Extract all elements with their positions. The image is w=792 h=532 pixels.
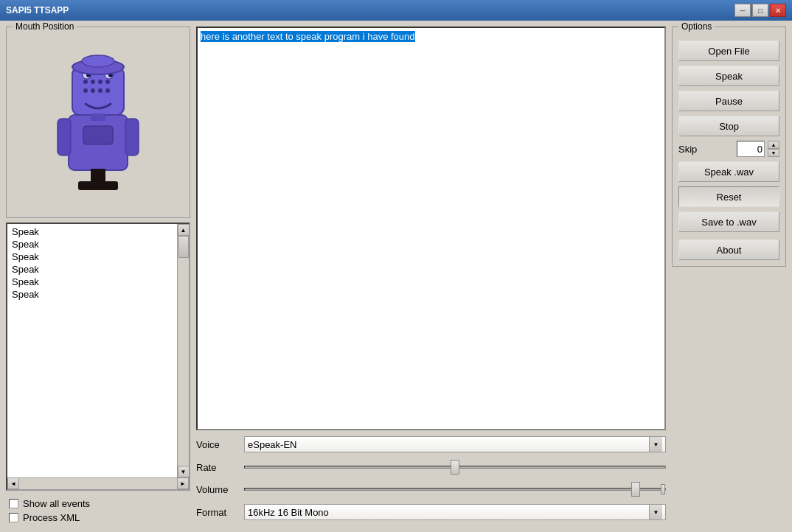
rate-label: Rate (196, 462, 237, 473)
scroll-track (178, 236, 190, 466)
show-all-events-row: Show all events (9, 498, 187, 509)
svg-point-9 (105, 88, 110, 93)
svg-point-7 (91, 88, 95, 93)
minimize-button[interactable]: ─ (734, 4, 751, 17)
volume-end-mark (661, 484, 665, 494)
skip-input[interactable] (737, 141, 765, 157)
svg-point-5 (105, 80, 110, 84)
list-item[interactable]: Speak (9, 251, 176, 263)
events-list[interactable]: Speak Speak Speak Speak Speak Speak (7, 224, 177, 477)
rate-row: Rate (196, 460, 666, 475)
speech-text-input[interactable]: here is another text to speak program i … (198, 28, 664, 429)
events-list-container: Speak Speak Speak Speak Speak Speak ▲ ▼ … (6, 223, 190, 491)
svg-rect-19 (78, 181, 118, 190)
voice-dropdown-arrow[interactable]: ▼ (649, 437, 662, 452)
save-to-wav-button[interactable]: Save to .wav (678, 211, 779, 232)
main-window: Mouth Position (0, 21, 792, 532)
process-xml-checkbox[interactable] (9, 513, 18, 522)
left-panel: Mouth Position (6, 27, 190, 526)
pause-button[interactable]: Pause (678, 91, 779, 111)
events-list-scrollbar-v[interactable]: ▲ ▼ (177, 224, 189, 477)
format-dropdown[interactable]: 16kHz 16 Bit Mono ▼ (244, 504, 666, 520)
list-item[interactable]: Speak (9, 238, 176, 251)
skip-row: Skip ▲ ▼ (678, 141, 779, 157)
volume-row: Volume (196, 482, 666, 497)
volume-slider-track[interactable] (244, 488, 666, 491)
skip-spin-buttons: ▲ ▼ (768, 141, 779, 157)
rate-slider-track[interactable] (244, 466, 666, 469)
stop-button[interactable]: Stop (678, 116, 779, 136)
list-item[interactable]: Speak (9, 225, 176, 238)
checkbox-area: Show all events Process XML (6, 495, 190, 526)
scroll-down-arrow[interactable]: ▼ (178, 466, 190, 477)
svg-rect-16 (125, 119, 139, 155)
rate-slider-container (244, 460, 666, 475)
volume-slider-container (244, 482, 666, 497)
center-panel: here is another text to speak program i … (196, 27, 666, 526)
speak-wav-button[interactable]: Speak .wav (678, 161, 779, 182)
list-item[interactable]: Speak (9, 288, 176, 301)
show-all-events-checkbox[interactable] (9, 499, 18, 508)
format-label: Format (196, 507, 237, 518)
volume-slider-thumb[interactable] (631, 482, 640, 497)
volume-label: Volume (196, 484, 237, 495)
app-title: SAPI5 TTSAPP (6, 5, 69, 15)
list-item[interactable]: Speak (9, 263, 176, 276)
scroll-left-arrow[interactable]: ◄ (7, 477, 19, 489)
svg-rect-17 (83, 126, 113, 144)
scroll-right-arrow[interactable]: ► (177, 477, 189, 489)
skip-spin-up[interactable]: ▲ (768, 141, 779, 149)
rate-slider-thumb[interactable] (451, 460, 459, 475)
robot-character (50, 45, 146, 200)
scroll-thumb[interactable] (178, 236, 189, 258)
voice-label: Voice (196, 439, 237, 450)
window-controls: ─ □ ✕ (734, 4, 786, 17)
reset-button[interactable]: Reset (678, 186, 779, 207)
events-list-scroll-area: Speak Speak Speak Speak Speak Speak ▲ ▼ (7, 224, 189, 477)
text-area-container: here is another text to speak program i … (196, 27, 666, 430)
voice-row: Voice eSpeak-EN ▼ (196, 436, 666, 452)
mouth-position-title: Mouth Position (13, 21, 77, 32)
format-selected: 16kHz 16 Bit Mono (248, 507, 649, 518)
svg-point-8 (98, 88, 103, 93)
controls-area: Voice eSpeak-EN ▼ Rate Volume (196, 436, 666, 526)
options-group: Options Open File Speak Pause Stop Skip … (672, 27, 786, 267)
close-button[interactable]: ✕ (770, 4, 786, 17)
events-list-scrollbar-h[interactable]: ◄ ► (7, 477, 189, 489)
format-dropdown-arrow[interactable]: ▼ (649, 505, 662, 519)
svg-point-2 (83, 80, 88, 84)
svg-rect-14 (91, 113, 105, 121)
speak-button[interactable]: Speak (678, 66, 779, 86)
scroll-h-track (19, 477, 177, 489)
svg-rect-15 (58, 119, 71, 155)
process-xml-row: Process XML (9, 512, 187, 523)
svg-point-3 (91, 80, 95, 84)
svg-point-6 (83, 88, 88, 93)
format-row: Format 16kHz 16 Bit Mono ▼ (196, 504, 666, 520)
mouth-position-group: Mouth Position (6, 27, 190, 218)
process-xml-label: Process XML (23, 512, 80, 523)
svg-point-21 (82, 55, 114, 67)
title-bar: SAPI5 TTSAPP ─ □ ✕ (0, 0, 792, 21)
about-button[interactable]: About (678, 239, 779, 260)
list-item[interactable]: Speak (9, 276, 176, 288)
scroll-up-arrow[interactable]: ▲ (178, 224, 190, 236)
voice-selected: eSpeak-EN (248, 439, 649, 450)
mouth-image-area (7, 38, 190, 207)
skip-spin-down[interactable]: ▼ (768, 149, 779, 157)
options-title: Options (678, 21, 715, 32)
open-file-button[interactable]: Open File (678, 41, 779, 61)
svg-point-4 (98, 80, 103, 84)
voice-dropdown[interactable]: eSpeak-EN ▼ (244, 436, 666, 452)
show-all-events-label: Show all events (23, 498, 90, 509)
skip-label: Skip (678, 144, 734, 155)
right-panel: Options Open File Speak Pause Stop Skip … (672, 27, 786, 526)
maximize-button[interactable]: □ (752, 4, 768, 17)
